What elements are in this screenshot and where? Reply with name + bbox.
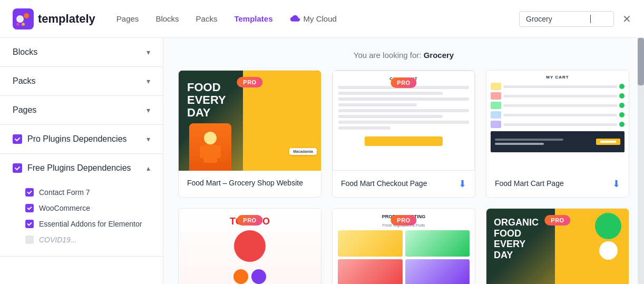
woocommerce-checkbox[interactable]: [25, 204, 34, 212]
cart-status-dot: [619, 122, 625, 127]
scrollbar-thumb[interactable]: [638, 38, 644, 85]
cart-row-5: [491, 121, 625, 128]
essential-addons-checkbox[interactable]: [25, 220, 34, 228]
sub-item-contact-form-7[interactable]: Contact Form 7: [25, 184, 150, 200]
cart-mockup: MY CART: [486, 71, 629, 171]
cart-status-dot: [619, 84, 625, 89]
line: [338, 109, 469, 112]
check-icon: [14, 165, 21, 171]
card-food-mart-cart[interactable]: MY CART: [486, 70, 629, 198]
organic-veggie: [590, 213, 627, 276]
search-results-label: You are looking for: Grocery: [178, 51, 629, 60]
garlic-circle: [599, 241, 618, 260]
farmer-figure: [189, 123, 231, 171]
card-thumb-food-mart-cart: MY CART: [486, 71, 629, 171]
search-term: Grocery: [424, 51, 454, 60]
product-item-2: [405, 230, 470, 257]
check-icon: [14, 136, 21, 142]
cart-status-dot: [619, 93, 625, 99]
sidebar-pro-plugins-section: Pro Plugins Dependencies ▾: [0, 125, 163, 154]
main-layout: Blocks ▾ Packs ▾ Pages ▾: [0, 38, 644, 284]
card-thumb-organic-food: PRO ORGANICFOODEVERYDAY: [486, 209, 629, 284]
card-tomato[interactable]: PRO TOMATO Tomato: [178, 208, 321, 284]
nav-blocks[interactable]: Blocks: [155, 12, 179, 25]
cloud-icon: [290, 15, 300, 23]
cart-item-img: [491, 102, 501, 109]
cart-status-dot: [619, 103, 625, 108]
sidebar-pages-header[interactable]: Pages ▾: [0, 96, 163, 124]
sidebar-section-packs: Packs ▾: [0, 67, 163, 96]
cart-item-name: [503, 95, 617, 97]
line: [338, 121, 469, 124]
close-button[interactable]: ✕: [622, 14, 631, 24]
svg-rect-7: [200, 145, 205, 158]
sub-item-covid19[interactable]: COVID19...: [25, 232, 150, 248]
chevron-down-icon: ▾: [147, 48, 150, 56]
nav-packs[interactable]: Packs: [196, 12, 218, 25]
logo-area[interactable]: templately: [13, 8, 95, 30]
orange-circle: [233, 269, 248, 284]
product-item-3: [338, 259, 403, 284]
download-button-cart[interactable]: ⬇: [612, 178, 620, 190]
card-thumb-food-mart-checkout: PRO CHECKOUT: [333, 71, 475, 171]
contact-form-7-checkbox[interactable]: [25, 188, 34, 197]
sidebar-section-pages: Pages ▾: [0, 96, 163, 125]
scrollbar-track[interactable]: [638, 38, 644, 284]
cart-row-4: [491, 111, 625, 119]
card-footer-checkout: Food Mart Checkout Page ⬇: [333, 171, 475, 197]
card-product-listing[interactable]: PRO PRODUCT LISTING Fresh Vegetables & F…: [332, 208, 475, 284]
logo-icon: [13, 8, 34, 30]
pro-plugins-checkbox[interactable]: [13, 134, 22, 144]
sub-item-woocommerce[interactable]: WooCommerce: [25, 200, 150, 216]
sub-item-essential-addons[interactable]: Essential Addons for Elementor: [25, 216, 150, 232]
svg-point-1: [16, 15, 24, 23]
cart-item-img: [491, 83, 501, 90]
nav-templates[interactable]: Templates: [234, 12, 272, 25]
content-area: You are looking for: Grocery PRO FOODEVE…: [163, 38, 644, 284]
nav-pages[interactable]: Pages: [116, 12, 139, 25]
line: [338, 97, 469, 101]
sidebar-free-plugins-header[interactable]: Free Plugins Dependencies ▴: [0, 154, 163, 182]
sidebar-packs-header[interactable]: Packs ▾: [0, 67, 163, 95]
card-title-checkout: Food Mart Checkout Page: [341, 179, 427, 189]
download-button-checkout[interactable]: ⬇: [458, 178, 466, 190]
my-cart-title: MY CART: [491, 75, 625, 80]
card-organic-food[interactable]: PRO ORGANICFOODEVERYDAY Organic Food Eve…: [486, 208, 629, 284]
nav-mycloud[interactable]: My Cloud: [290, 12, 337, 25]
covid19-checkbox[interactable]: [25, 236, 34, 244]
template-grid: PRO FOODEVERYDAY Macadamia: [178, 70, 629, 284]
search-box[interactable]: [519, 11, 614, 27]
sidebar-packs-label: Packs: [13, 76, 36, 86]
cart-row-3: [491, 102, 625, 109]
total-line: [495, 139, 563, 141]
btn-text: [600, 141, 616, 143]
cart-summary-bar: [491, 131, 625, 152]
covid19-label: COVID19...: [39, 236, 77, 244]
cart-item-img: [491, 121, 501, 128]
free-plugins-checkbox[interactable]: [13, 163, 22, 173]
contact-form-7-label: Contact Form 7: [39, 188, 90, 197]
main-nav: Pages Blocks Packs Templates My Cloud: [116, 12, 519, 25]
cart-item-name: [503, 123, 617, 126]
card-food-mart-grocery[interactable]: PRO FOODEVERYDAY Macadamia: [178, 70, 321, 198]
checkout-button-mini: [596, 139, 620, 145]
chevron-down-icon: ▾: [147, 77, 150, 85]
woocommerce-label: WooCommerce: [39, 204, 90, 212]
pro-plugins-checkbox-row: Pro Plugins Dependencies: [13, 134, 127, 144]
card-food-mart-checkout[interactable]: PRO CHECKOUT: [332, 70, 475, 198]
cart-item-img: [491, 111, 501, 119]
organic-food-text: ORGANICFOODEVERYDAY: [494, 217, 539, 261]
check-icon: [27, 205, 32, 211]
check-icon: [27, 221, 32, 227]
svg-rect-6: [203, 144, 217, 163]
pro-badge: PRO: [391, 215, 416, 226]
line: [338, 103, 417, 106]
sidebar-blocks-header[interactable]: Blocks ▾: [0, 38, 163, 66]
search-input[interactable]: [526, 15, 589, 23]
cart-item-name: [503, 104, 617, 107]
sidebar-pro-plugins-header[interactable]: Pro Plugins Dependencies ▾: [0, 125, 163, 153]
card-title-cart: Food Mart Cart Page: [495, 179, 564, 189]
card-thumb-product-listing: PRO PRODUCT LISTING Fresh Vegetables & F…: [333, 209, 475, 284]
mycloud-label: My Cloud: [304, 14, 337, 23]
svg-rect-8: [216, 145, 221, 158]
